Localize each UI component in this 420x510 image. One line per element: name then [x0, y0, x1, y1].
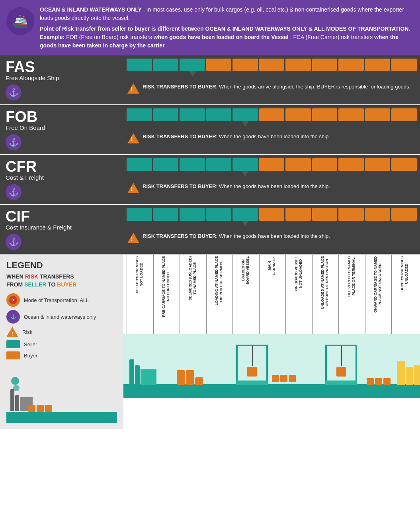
col-label-loading-text: LOADING AT NAMED PLACEOR PORT OF SHIPMEN…: [215, 256, 223, 306]
legend-ocean-mode: ⚓ Ocean & inland waterways only: [6, 310, 117, 324]
fob-marker-wrapper: [123, 121, 420, 127]
illus-boxes-mid: [272, 375, 296, 382]
cif-name: Cost Insurance & Freight: [6, 224, 118, 231]
water-strip: [6, 412, 117, 423]
fas-triangle: [189, 71, 196, 77]
illus-boxes-left-top: [177, 370, 194, 378]
fob-risk-text: RISK TRANSFERS TO BUYER: When the goods …: [143, 133, 330, 140]
header-fob: FOB (Free on Board) risk transfers: [66, 34, 153, 40]
illus-chimney-tall: [129, 359, 134, 385]
cif-ship-icon: ⚓: [6, 234, 21, 250]
fas-marker-11: [391, 71, 417, 77]
legend-buyer-color: [6, 351, 20, 359]
incoterm-row-cif: CIF Cost Insurance & Freight ⚓: [0, 205, 420, 254]
fob-risk-note: RISK TRANSFERS TO BUYER: When the goods …: [123, 130, 420, 147]
cif-bar-9: [338, 208, 364, 221]
col-loading: LOADING AT NAMED PLACEOR PORT OF SHIPMEN…: [206, 255, 232, 334]
illus-crane-right-cable: [341, 346, 342, 366]
cif-risk-note: RISK TRANSFERS TO BUYER: When the goods …: [123, 230, 420, 246]
fas-marker-10: [364, 71, 390, 77]
smoke-1: [11, 377, 19, 385]
col-label-main-carriage-text: MAINCARRIAGE: [268, 256, 276, 275]
bottom-illustration: [123, 334, 420, 398]
fob-marker-6: [258, 121, 285, 127]
cif-bar-4: [206, 208, 232, 221]
cfr-code: CFR: [6, 159, 118, 174]
cfr-triangle: [242, 171, 249, 177]
illus-boxes-left: [177, 377, 203, 385]
chimney-1: [10, 389, 14, 411]
fas-bar-5: [232, 59, 258, 71]
fob-marker-4: [206, 121, 232, 127]
incoterms-section: FAS Free Alongside Ship ⚓: [0, 55, 420, 254]
col-loaded-on-board: LOADED ONBOARD VESSEL: [232, 255, 258, 334]
cfr-bars: [123, 155, 420, 171]
fas-ship-icon: ⚓: [6, 84, 21, 100]
ground-boxes: [28, 405, 52, 412]
cfr-risk-text: RISK TRANSFERS TO BUYER: When the goods …: [143, 183, 330, 190]
fas-marker-2: [153, 71, 179, 77]
fob-marker-1: [127, 121, 153, 127]
illus-box-lt1: [177, 370, 185, 378]
illus-box-lt2: [186, 370, 194, 378]
cfr-bar-8: [312, 158, 338, 171]
fob-ship-icon: ⚓: [6, 134, 21, 150]
illus-building-2: [406, 367, 413, 385]
cfr-right: RISK TRANSFERS TO BUYER: When the goods …: [123, 155, 420, 204]
cfr-bar-5: [232, 158, 258, 171]
legend-to: TO: [46, 281, 57, 288]
illus-building-1: [397, 361, 405, 385]
fob-marker-10: [364, 121, 390, 127]
fas-bar-2: [153, 59, 179, 71]
header-example: Example:: [40, 34, 64, 40]
legend-illustration: [6, 363, 117, 423]
fob-marker-9: [338, 121, 364, 127]
col-buyers-premises: BUYER'S PREMISESUNLOADED: [391, 255, 417, 334]
fob-bar-7: [285, 108, 311, 121]
columns-area: SELLER'S PREMISESNOT LOADED PRE-CARRIAGE…: [123, 255, 420, 429]
illus-box-m2: [280, 375, 287, 382]
fob-bar-11: [391, 108, 417, 121]
fas-bar-10: [365, 59, 391, 71]
col-label-precarriage-text: PRE-CARRIAGE TO NAMED PLACENOT UNLOADED: [162, 256, 170, 317]
legend-all-label: Mode of Transportation: ALL: [24, 297, 89, 303]
fas-right: RISK TRANSFERS TO BUYER: When the goods …: [123, 55, 420, 104]
legend-risk-triangle: !: [6, 327, 18, 337]
cif-bar-7: [285, 208, 311, 221]
fob-name: Free On Board: [6, 124, 118, 131]
illus-boxes-right: [367, 378, 391, 385]
fob-bar-9: [338, 108, 364, 121]
fob-label: FOB Free On Board ⚓: [0, 105, 123, 154]
cfr-bar-2: [153, 158, 179, 171]
cif-risk-icon: [127, 233, 139, 243]
cfr-bar-11: [391, 158, 417, 171]
cif-bar-6: [259, 208, 285, 221]
fas-bar-9: [338, 59, 364, 71]
illus-building-3: [414, 365, 420, 385]
legend-title: LEGEND: [6, 260, 117, 271]
box-2: [37, 405, 44, 412]
col-label-buyers-premises-text: BUYER'S PREMISESUNLOADED: [400, 256, 409, 292]
bottom-section: LEGEND WHEN RISK TRANSFERSFROM SELLER TO…: [0, 254, 420, 429]
cif-marker-wrapper: [123, 221, 420, 226]
header-text: OCEAN & INLAND WATERWAYS ONLY . In most …: [40, 6, 414, 50]
legend-seller-label: Seller: [24, 341, 37, 347]
fas-marker-8: [311, 71, 338, 77]
cfr-marker-wrapper: [123, 171, 420, 177]
box-1: [28, 405, 35, 412]
cif-right: RISK TRANSFERS TO BUYER: When the goods …: [123, 205, 420, 254]
col-main-carriage: MAINCARRIAGE: [259, 255, 285, 334]
fob-bar-10: [365, 108, 391, 121]
legend-when: WHEN: [6, 273, 25, 280]
illus-crane-right: [325, 345, 357, 385]
legend-all-icon: ✈: [6, 293, 20, 307]
fas-risk-bold: RISK TRANSFERS TO BUYER: [143, 84, 216, 90]
cfr-risk-detail: : When the goods have been loaded into t…: [216, 183, 330, 189]
cif-risk-bold: RISK TRANSFERS TO BUYER: [143, 233, 216, 239]
fas-bar-1: [127, 59, 152, 71]
illus-crane-frame: [236, 345, 268, 381]
fas-name: Free Alongside Ship: [6, 75, 118, 81]
cif-bar-11: [391, 208, 417, 221]
fob-bar-3: [180, 108, 205, 121]
fob-marker-7: [285, 121, 311, 127]
